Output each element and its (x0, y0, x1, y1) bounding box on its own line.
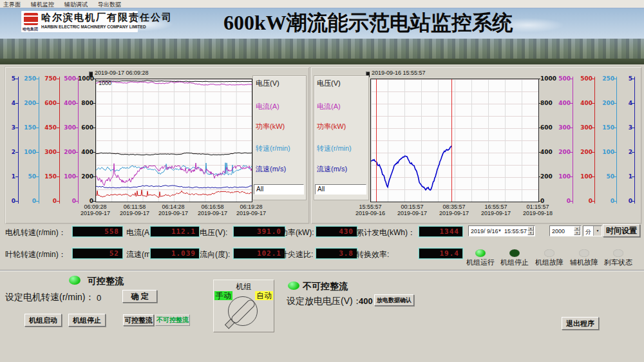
trend-series-line (96, 190, 252, 198)
legend-item[interactable]: 流速(m/s) (317, 164, 347, 174)
interval-spin-down-icon[interactable]: ▼ (574, 231, 580, 235)
trend-series-line (96, 153, 252, 155)
legend-item[interactable]: 电压(V) (256, 79, 279, 88)
set-voltage-value[interactable]: 400 (359, 296, 373, 306)
menu-item[interactable]: 辅机监控 (31, 1, 54, 8)
x-axis-label: 01:15:57 2019-09-18 (523, 204, 553, 216)
set-speed-value[interactable]: 0 (97, 293, 101, 303)
series-selector[interactable]: All (315, 184, 366, 195)
date-dropdown-icon[interactable]: ▼ (498, 229, 502, 233)
unit-value: 分 (585, 228, 591, 236)
plot-area[interactable] (95, 79, 252, 202)
value-axis-tick-label: 600 (78, 124, 93, 131)
cursor-line[interactable] (376, 79, 377, 202)
auto-mode-toggle[interactable]: 自动 (255, 291, 273, 300)
trend-series-canvas (96, 79, 252, 202)
y-axis-tick-label: 200 (600, 100, 614, 106)
unit-stop-button[interactable]: 机组停止 (68, 314, 106, 327)
y-axis-tick-label: 300 (41, 149, 57, 155)
y-axis-tick (15, 103, 18, 104)
company-logo-box: 哈电集团 哈尔滨电机厂有限责任公司 HARBIN ELECTRIC MACHIN… (21, 11, 138, 32)
cursor-line[interactable] (451, 79, 452, 202)
exit-button[interactable]: 退出程序 (562, 317, 599, 330)
y-axis-tick (36, 128, 39, 128)
readout-display: 1.039 (150, 248, 200, 259)
x-axis-label: 06:19:28 2019-09-17 (236, 204, 266, 216)
time-spin-up-icon[interactable]: ▲ (527, 226, 534, 231)
y-axis-tick (57, 176, 59, 177)
menu-item[interactable]: 辅助调试 (64, 1, 88, 8)
value-axis-tick-label: 400 (78, 149, 93, 155)
legend-item[interactable]: 转速(r/min) (256, 144, 290, 153)
banner-treeline (0, 59, 644, 64)
y-axis-tick-label: 2 (622, 149, 632, 155)
series-selector[interactable]: All (254, 184, 304, 195)
y-axis-tick-label: 50 (21, 173, 36, 180)
legend-item[interactable]: 功率(kW) (317, 122, 346, 131)
y-axis-line (39, 77, 39, 204)
interval-spin-up-icon[interactable]: ▲ (574, 226, 580, 231)
menu-item[interactable]: 主界面 (3, 1, 21, 8)
readout-display: 52 (72, 248, 123, 259)
y-axis-tick-label: 4 (622, 100, 632, 106)
readout-display: 1344 (419, 226, 463, 237)
legend-item[interactable]: 电压(V) (317, 79, 341, 88)
legend-item[interactable]: 电流(A) (256, 102, 279, 111)
chart-timestamp: 2019-09-16 15:55:57 (372, 70, 426, 76)
status-led (579, 249, 589, 257)
y-axis-tick-label: 100 (61, 173, 76, 180)
y-axis-line (18, 77, 19, 204)
readout-display: 391.0 (233, 226, 285, 237)
status-led (613, 249, 623, 257)
plot-area[interactable] (370, 79, 539, 202)
y-axis-tick-label: 50 (600, 173, 614, 180)
logo-caption: 哈电集团 (23, 26, 38, 32)
y-axis-tick-label: 0 (5, 198, 15, 204)
readout-label: 叶轮转速(r/min)： (5, 249, 66, 260)
legend-panel: 电压(V)电流(A)功率(kW)转速(r/min)流速(m/s) (252, 75, 307, 200)
plot-max-label: 1000 (99, 80, 111, 86)
legend-item[interactable]: 电流(A) (317, 102, 341, 111)
menu-item[interactable]: 导出数据 (98, 1, 121, 8)
status-led (509, 249, 520, 257)
y-axis-tick-label: 0 (61, 198, 76, 204)
controlled-rectifier-label: 可控整流 (88, 276, 124, 287)
time-value: 15:55:57 (504, 228, 527, 234)
unit-start-button[interactable]: 机组启动 (24, 314, 62, 327)
legend-item[interactable]: 转速(r/min) (317, 144, 352, 153)
y-axis-tick (57, 103, 59, 104)
y-axis-tick-label: 500 (578, 75, 592, 82)
x-axis-label: 15:55:57 2019-09-16 (355, 204, 385, 216)
interval-field[interactable]: 2000 ▲ ▼ (549, 225, 582, 236)
uncontrolled-rectifier-label: 不可控整流 (303, 281, 348, 292)
unit-dropdown-icon[interactable]: ▼ (593, 226, 601, 236)
y-axis-tick (15, 176, 18, 177)
value-axis-tick-label: 800 (540, 100, 556, 106)
y-axis-tick-label: 5 (622, 75, 632, 82)
voltage-confirm-button[interactable]: 放电数据确认 (374, 294, 414, 306)
y-axis-tick (15, 201, 18, 202)
mode-knob[interactable] (228, 296, 258, 326)
y-axis-tick-label: 2 (5, 149, 15, 155)
x-axis-label: 00:15:57 2019-09-17 (397, 204, 427, 216)
controlled-rectifier-led (69, 276, 80, 285)
legend-item[interactable]: 流速(m/s) (256, 164, 286, 174)
readout-label: 电机转速(r/min)： (5, 227, 66, 238)
x-axis-label: 06:09:28 2019-09-17 (80, 204, 110, 216)
y-axis-tick-label: 200 (61, 149, 76, 155)
time-spin-down-icon[interactable]: ▼ (527, 231, 534, 235)
cursor-grip-icon[interactable] (89, 71, 93, 77)
readout-display: 3.8 (316, 248, 357, 259)
y-axis-tick-label: 0 (622, 198, 632, 204)
uncontrolled-rectifier-button[interactable]: 不可控整流 (155, 314, 190, 326)
uncontrolled-rectifier-led (288, 281, 299, 290)
unit-combo[interactable]: 分 ▼ (583, 225, 602, 236)
datetime-picker[interactable]: 2019/ 9/16 ▼ 15:55:57 ▲ ▼ (468, 225, 535, 236)
status-led-label: 机组停止 (500, 258, 529, 267)
y-axis-tick-label: 150 (41, 173, 57, 180)
controlled-rectifier-button[interactable]: 可控整流 (123, 314, 154, 326)
trend-series-canvas (371, 79, 538, 202)
confirm-button[interactable]: 确 定 (122, 290, 157, 303)
time-set-button[interactable]: 时间设置 (603, 224, 640, 237)
legend-item[interactable]: 功率(kW) (256, 122, 285, 131)
